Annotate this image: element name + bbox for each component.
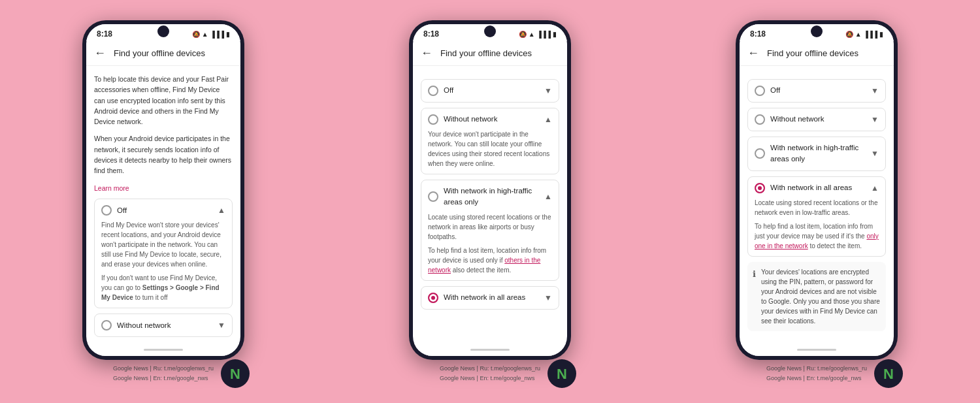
option-header-all-2: With network in all areas ▼ — [428, 292, 552, 304]
intro-text-1b: When your Android device participates in… — [94, 133, 233, 176]
chevron-wn-1[interactable]: ▼ — [218, 319, 225, 331]
status-icons-3: 🔕 ▲ ▐▐▐ ▮ — [845, 31, 883, 38]
radio-off-3[interactable] — [755, 86, 765, 96]
home-indicator-3 — [797, 349, 836, 351]
only-one-link-3[interactable]: only one in the network — [755, 233, 879, 250]
chevron-all-3[interactable]: ▲ — [871, 182, 879, 194]
back-button-1[interactable]: ← — [94, 46, 106, 60]
option-label-wn-2: Without network — [444, 114, 497, 125]
chevron-off-1[interactable]: ▲ — [218, 204, 225, 216]
battery-icon: ▮ — [226, 31, 230, 38]
mute-icon-2: 🔕 — [519, 31, 527, 38]
status-time-2: 8:18 — [423, 29, 439, 39]
option-wn-2[interactable]: Without network ▲ Your device won't part… — [421, 108, 559, 174]
info-box-3: ℹ Your devices' locations are encrypted … — [747, 262, 886, 331]
phone-screen-2: 8:18 🔕 ▲ ▐▐▐ ▮ ← Find your offline devic… — [413, 24, 567, 356]
chevron-wn-3[interactable]: ▼ — [871, 114, 879, 125]
radio-all-2[interactable] — [428, 293, 438, 303]
radio-ht-2[interactable] — [428, 191, 438, 202]
option-label-all-2: With network in all areas — [444, 292, 525, 303]
status-time-1: 8:18 — [97, 29, 112, 39]
status-icons-2: 🔕 ▲ ▐▐▐ ▮ — [519, 31, 557, 38]
option-desc-all-3a: Locate using stored recent locations or … — [755, 198, 879, 218]
phone-content-3: Off ▼ Without network ▼ — [740, 66, 894, 344]
signal-icon: ▐▐▐ — [210, 31, 224, 38]
option-left-ht-2: With network in high-traffic areas only — [428, 185, 544, 208]
option-label-all-3: With network in all areas — [770, 182, 852, 193]
status-bar-1: 8:18 🔕 ▲ ▐▐▐ ▮ — [86, 24, 240, 41]
status-bar-2: 8:18 🔕 ▲ ▐▐▐ ▮ — [413, 24, 567, 41]
notch-1 — [157, 25, 169, 37]
option-desc-wn-2: Your device won't participate in the net… — [428, 129, 552, 169]
option-left-ht-3: With network in high-traffic areas only — [755, 142, 871, 165]
footer-3: Google News | Ru: t.me/googlenws_ru Goog… — [766, 364, 867, 383]
option-desc-all-3b: To help find a lost item, location info … — [755, 221, 879, 251]
signal-icon-2: ▐▐▐ — [537, 31, 551, 38]
svg-text:N: N — [883, 366, 894, 382]
option-off-1[interactable]: Off ▲ Find My Device won't store your de… — [94, 199, 233, 308]
option-header-off-2: Off ▼ — [428, 85, 552, 97]
chevron-off-2[interactable]: ▼ — [544, 85, 552, 97]
option-desc-ht-2a: Locate using stored recent locations or … — [428, 212, 552, 242]
learn-more-link-1[interactable]: Learn more — [94, 184, 129, 192]
radio-wn-1[interactable] — [101, 320, 112, 330]
svg-text:N: N — [230, 366, 240, 382]
option-desc-off-1: Find My Device won't store your devices'… — [101, 220, 225, 269]
option-wn-3[interactable]: Without network ▼ — [747, 108, 886, 131]
wifi-icon: ▲ — [202, 31, 208, 38]
option-off-3[interactable]: Off ▼ — [747, 79, 886, 103]
option-label-off-3: Off — [770, 85, 780, 96]
option-ht-3[interactable]: With network in high-traffic areas only … — [747, 137, 886, 171]
option-header-wn-3: Without network ▼ — [755, 114, 879, 125]
option-left-wn-1: Without network — [101, 320, 171, 331]
radio-off-1[interactable] — [101, 205, 112, 216]
option-left-all-2: With network in all areas — [428, 292, 525, 303]
option-left-wn-2: Without network — [428, 114, 497, 125]
back-button-2[interactable]: ← — [421, 46, 433, 60]
option-ht-2[interactable]: With network in high-traffic areas only … — [421, 180, 559, 281]
chevron-all-2[interactable]: ▼ — [544, 292, 552, 304]
radio-off-2[interactable] — [428, 86, 438, 96]
others-link-2[interactable]: others in the network — [428, 257, 540, 274]
option-left-wn-3: Without network — [755, 114, 824, 125]
chevron-off-3[interactable]: ▼ — [871, 85, 879, 97]
radio-all-3[interactable] — [755, 183, 765, 193]
status-icons-1: 🔕 ▲ ▐▐▐ ▮ — [192, 31, 230, 38]
home-indicator-1 — [144, 349, 183, 351]
phone-frame-3: 8:18 🔕 ▲ ▐▐▐ ▮ ← Find your offline devic… — [736, 20, 898, 360]
top-bar-2: ← Find your offline devices — [413, 41, 567, 66]
option-label-ht-3: With network in high-traffic areas only — [770, 142, 871, 165]
phone-3: 8:18 🔕 ▲ ▐▐▐ ▮ ← Find your offline devic… — [736, 20, 898, 383]
phone-content-2: Off ▼ Without network ▲ — [413, 66, 567, 344]
footer-2: Google News | Ru: t.me/googlenws_ru Goog… — [440, 364, 540, 383]
option-desc-off-1b: If you don't want to use Find My Device,… — [101, 273, 225, 302]
back-button-3[interactable]: ← — [747, 46, 759, 60]
phone-frame-1: 8:18 🔕 ▲ ▐▐▐ ▮ ← Find your offline devic… — [82, 20, 244, 360]
option-header-off-1: Off ▲ — [101, 204, 225, 216]
status-time-3: 8:18 — [750, 29, 766, 39]
option-without-network-1[interactable]: Without network ▼ — [94, 314, 233, 337]
battery-icon-3: ▮ — [879, 31, 883, 38]
option-label-wn-3: Without network — [770, 114, 824, 125]
top-bar-1: ← Find your offline devices — [86, 41, 240, 66]
option-label-off-1: Off — [117, 205, 127, 216]
option-header-all-3: With network in all areas ▲ — [755, 182, 879, 194]
option-label-ht-2: With network in high-traffic areas only — [444, 185, 544, 208]
option-left-off-2: Off — [428, 85, 453, 96]
option-all-3[interactable]: With network in all areas ▲ Locate using… — [747, 176, 886, 257]
phone-screen-1: 8:18 🔕 ▲ ▐▐▐ ▮ ← Find your offline devic… — [86, 24, 240, 356]
option-all-2[interactable]: With network in all areas ▼ — [421, 286, 559, 310]
radio-ht-3[interactable] — [755, 148, 765, 159]
option-off-2[interactable]: Off ▼ — [421, 79, 559, 103]
radio-wn-3[interactable] — [755, 114, 765, 125]
info-icon-3: ℹ — [753, 268, 756, 326]
radio-wn-2[interactable] — [428, 114, 438, 125]
phone-bottom-1 — [86, 344, 240, 356]
chevron-ht-3[interactable]: ▼ — [871, 148, 879, 159]
google-n-logo-2: N — [547, 359, 576, 388]
battery-icon-2: ▮ — [553, 31, 557, 38]
phone-bottom-3 — [740, 344, 894, 356]
intro-text-1a: To help locate this device and your Fast… — [94, 74, 233, 127]
chevron-wn-2[interactable]: ▲ — [544, 114, 552, 125]
chevron-ht-2[interactable]: ▲ — [544, 191, 552, 202]
